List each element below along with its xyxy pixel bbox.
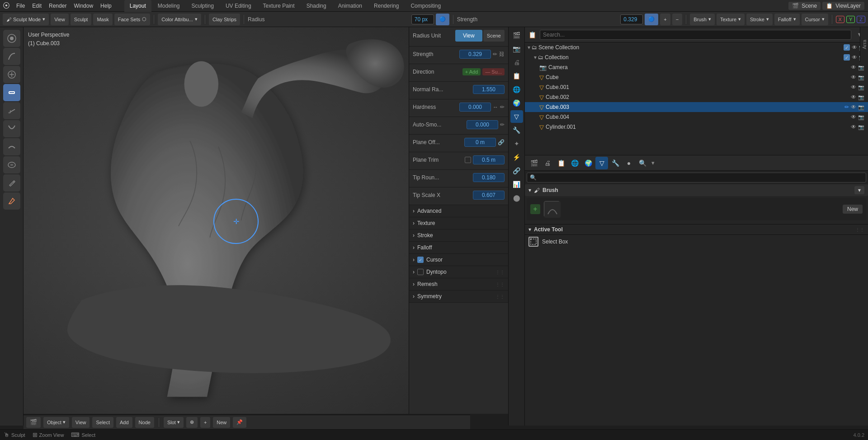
node-btn[interactable]: Node [135,417,154,428]
brush-dropdown-btn[interactable]: ▾ [854,186,864,194]
add-strength-btn[interactable]: + [660,14,670,25]
stroke-section-header[interactable]: › Stroke [409,229,508,242]
x-axis-btn[interactable]: X [836,16,844,23]
outliner-cube001-row[interactable]: ▽ Cube.001 👁 📷 [525,82,868,92]
add-slot-btn[interactable]: + [200,417,210,428]
view-menu[interactable]: View [51,14,69,25]
props-icon-world[interactable]: 🌍 [582,157,594,169]
props-scene2-btn[interactable]: 🌐 [510,83,523,96]
falloff-section-header[interactable]: › Falloff [409,242,508,254]
cube002-eye[interactable]: 👁 [851,94,856,100]
outliner-camera-row[interactable]: 📷 Camera 👁 📷 [525,62,868,72]
collection-row[interactable]: ▾ 🗂 Collection ✓ 👁 📷 [525,52,868,62]
arra-btn[interactable]: Arra [861,36,868,53]
hardness-field[interactable]: 0.000 [459,103,491,112]
add-direction-btn[interactable]: + Add [462,68,481,75]
active-tool-section-header[interactable]: ▾ Active Tool ⋮⋮ [525,225,868,235]
camera-eye[interactable]: 👁 [851,64,856,70]
tool-mask[interactable] [3,156,20,173]
cylinder001-eye[interactable]: 👁 [851,124,856,130]
cube002-cam[interactable]: 📷 [858,94,864,100]
props-object-btn[interactable]: ▽ [510,110,523,123]
props-icon-search2[interactable]: 🔍 [636,157,649,169]
props-view-layer-btn[interactable]: 📋 [510,70,523,82]
slot-btn[interactable]: Slot ▾ [164,417,184,428]
tool-clay-strips[interactable] [3,84,20,101]
workspace-sculpting[interactable]: Sculpting [186,0,219,12]
new-slot-btn[interactable]: New [213,417,230,428]
plane-trim-checkbox[interactable] [465,157,471,163]
cursor-checkbox[interactable]: ✓ [417,257,424,263]
y-axis-btn[interactable]: Y [846,16,855,23]
symmetry-section-header[interactable]: › Symmetry ⋮⋮ [409,290,508,303]
new-brush-btn[interactable]: New [843,205,863,214]
props-constraints-btn[interactable]: 🔗 [510,164,523,177]
tool-smooth[interactable] [3,138,20,155]
scene-coll-eye[interactable]: 👁 [852,44,857,51]
cube-eye[interactable]: 👁 [851,74,856,80]
brush-name-display[interactable]: Clay Strips [209,14,240,25]
viewport-3d[interactable]: ✛ User Perspective (1) Cube.003 Z Y [24,27,470,414]
strength-field[interactable]: 0.329 [459,50,491,59]
pin-btn[interactable]: 📌 [233,417,246,428]
advanced-section-header[interactable]: › Advanced [409,205,508,217]
scene-icon-btn[interactable]: 🎬 [26,417,41,428]
tool-paint[interactable] [3,174,20,192]
workspace-layout[interactable]: Layout [124,0,151,12]
tip-scale-field[interactable]: 0.607 [473,191,505,200]
props-world-btn[interactable]: 🌍 [510,97,523,109]
falloff-selector[interactable]: Falloff ▾ [774,14,800,25]
menu-file[interactable]: File [13,0,28,12]
workspace-compositing[interactable]: Compositing [405,0,446,12]
add-btn[interactable]: Add [116,417,132,428]
auto-smooth-edit-icon[interactable]: ✏ [500,122,505,128]
workspace-uv-editing[interactable]: UV Editing [220,0,257,12]
outliner-cylinder001-row[interactable]: ▽ Cylinder.001 👁 📷 [525,122,868,132]
props-icon-output[interactable]: 📋 [555,157,567,169]
props-data-btn[interactable]: 📊 [510,178,523,191]
props-icon-render[interactable]: 🖨 [541,157,554,169]
view-layer-selector[interactable]: 📋 ViewLayer [822,2,864,10]
scene-collection-row[interactable]: ▾ 🗂 Scene Collection ✓ 👁 📷 [525,42,868,52]
radius-view-btn[interactable]: View [455,30,482,42]
strength-edit-icon[interactable]: ✏ [493,51,497,57]
sub-direction-btn[interactable]: — Su... [482,68,505,75]
props-output-btn[interactable]: 🖨 [510,56,523,69]
props-search-input[interactable] [527,173,866,183]
scene-coll-check[interactable]: ✓ [844,44,850,51]
props-modifiers-btn[interactable]: 🔧 [510,124,523,136]
object-mode-btn[interactable]: Object ▾ [43,417,69,428]
mode-selector[interactable]: 🖌 Sculpt Mode ▾ [3,14,49,25]
cursor-selector[interactable]: Cursor ▾ [802,14,828,25]
sculpt-menu[interactable]: Sculpt [71,14,92,25]
coll-check[interactable]: ✓ [844,54,850,61]
props-icon-object[interactable]: ▽ [595,157,608,169]
plane-offset-field[interactable]: 0 m [464,138,496,147]
radius-scene-btn[interactable]: Scene [483,30,505,42]
props-render-btn[interactable]: 📷 [510,42,523,55]
auto-smooth-field[interactable]: 0.000 [467,120,498,129]
face-sets-menu[interactable]: Face Sets ⬡ [114,14,151,25]
outliner-cube004-row[interactable]: ▽ Cube.004 👁 📷 [525,112,868,122]
menu-edit[interactable]: Edit [28,0,45,12]
texture-selector[interactable]: Texture ▾ [717,14,745,25]
workspace-texture-paint[interactable]: Texture Paint [258,0,300,12]
menu-help[interactable]: Help [97,0,115,12]
strength-lock-btn[interactable]: 🔵 [645,14,658,25]
brush-selector[interactable]: Brush ▾ [690,14,715,25]
dyntopo-checkbox[interactable] [417,269,424,275]
brush-section-header[interactable]: ▾ 🖌 Brush ▾ [525,184,868,196]
tool-grab[interactable] [3,30,20,47]
workspace-rendering[interactable]: Rendering [368,0,404,12]
plane-offset-link-icon[interactable]: 🔗 [498,139,505,145]
tool-draw[interactable] [3,48,20,65]
cursor-section-header[interactable]: › ✓ Cursor [409,254,508,266]
texture-section-header[interactable]: › Texture [409,217,508,229]
workspace-shading[interactable]: Shading [301,0,332,12]
normal-radius-field[interactable]: 1.550 [473,85,505,94]
outliner-cube002-row[interactable]: ▽ Cube.002 👁 📷 [525,92,868,102]
props-icon-mod[interactable]: 🔧 [609,157,622,169]
dyntopo-section-header[interactable]: › Dyntopo ⋮⋮ [409,266,508,278]
scene-selector[interactable]: 🎬 Scene [788,2,821,10]
add-brush-slot-btn[interactable]: + [530,204,540,214]
